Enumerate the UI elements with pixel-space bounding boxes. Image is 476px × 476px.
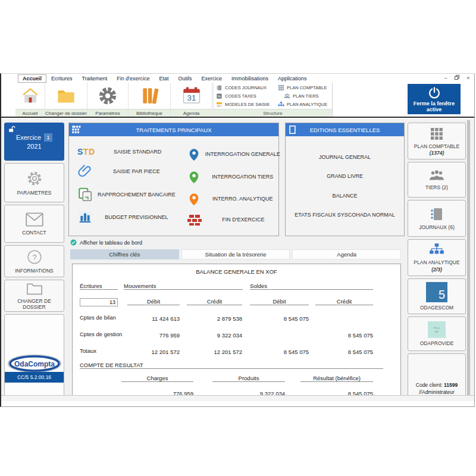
restore-button[interactable] (453, 75, 461, 81)
sidebar-item-informations[interactable]: ? INFORMATIONS (4, 245, 64, 277)
balance-cell: 776 959 (127, 332, 180, 339)
user-name: //Administrateur (419, 389, 455, 395)
ribbon-button-label: Agenda (171, 109, 212, 117)
sidebar-item-journaux[interactable]: JOURNAUX (6) (408, 200, 466, 237)
ribbon-button-agenda[interactable]: 31 Agenda (171, 83, 212, 117)
structure-item-label: PLAN ANALYTIQUE (287, 102, 327, 107)
tab-agenda[interactable]: Agenda (292, 249, 401, 259)
close-button[interactable]: × (465, 75, 472, 81)
main-area: Exercice 1 2021 PARAMETRES CONTACT ? INF… (1, 119, 474, 401)
sidebar-item-parametres[interactable]: PARAMETRES (4, 163, 64, 202)
bank-reconciliation-icon (77, 187, 93, 202)
plan-tiers-icon (284, 93, 290, 99)
traitement-fin-exercice[interactable]: FIN D'EXERCICE (179, 214, 284, 226)
tab-situation-tresorerie[interactable]: Situation de la trésorerie (181, 249, 290, 259)
sidebar-item-label: PARAMETRES (17, 190, 52, 196)
paperclip-icon (77, 164, 93, 179)
balance-row-label: Cptes de bilan (80, 314, 116, 321)
minimize-button[interactable]: – (442, 75, 449, 81)
menu-tab-traitement[interactable]: Traitement (77, 75, 112, 82)
balance-cell: 8 545 075 (315, 349, 373, 355)
tab-chiffres-cles[interactable]: Chiffres clés (70, 249, 179, 259)
edition-balance[interactable]: BALANCE (287, 193, 403, 199)
structure-item-label: CODES JOURNAUX (225, 85, 267, 90)
ribbon-button-parametres[interactable]: Paramètres (87, 83, 129, 117)
traitement-interrogation-tiers[interactable]: INTERROGATION TIERS (179, 169, 284, 184)
structure-item-plan-comptable[interactable]: PLAN COMPTABLE (275, 83, 333, 92)
menu-tab-applications[interactable]: Applications (273, 75, 312, 82)
client-info: Code client: 11599 //Administrateur (408, 381, 465, 397)
ecritures-count-input[interactable] (80, 298, 118, 306)
structure-item-plan-tiers[interactable]: PLAN TIERS (275, 92, 333, 100)
structure-item-label: MODELES DE SAISIE (225, 102, 270, 107)
ribbon-button-accueil[interactable]: Accueil (15, 83, 45, 117)
open-lock-icon (8, 126, 16, 133)
ribbon-group-structure: CODES JOURNAUX PLAN COMPTABLE % CODES TA… (213, 83, 333, 117)
status-bar (1, 395, 474, 401)
traitement-interro-analytique[interactable]: INTERRO. ANALYTIQUE (179, 191, 284, 206)
odagescom-icon: 5 (426, 282, 447, 302)
ribbon-button-changer-dossier[interactable]: Changer de dossier (45, 83, 87, 117)
menu-tab-etat[interactable]: Etat (154, 75, 173, 82)
scrollbar-thumb[interactable] (467, 120, 470, 397)
svg-text:OdaCompta: OdaCompta (14, 360, 55, 368)
ecritures-header: Écritures (80, 283, 118, 290)
menu-tab-ecritures[interactable]: Ecritures (46, 75, 77, 82)
traitement-interrogation-generale[interactable]: INTERROGATION GENERALE (179, 146, 284, 162)
sidebar-item-changer-dossier[interactable]: CHANGER DE DOSSIER (4, 280, 64, 312)
edition-grand-livre[interactable]: GRAND LIVRE (287, 173, 403, 179)
structure-item-codes-taxes[interactable]: % CODES TAXES (214, 92, 275, 100)
edition-journal-general[interactable]: JOURNAL GENERAL (287, 154, 403, 160)
std-icon: STD (77, 147, 95, 156)
sidebar-item-odagescom[interactable]: 5 ODAGESCOM (408, 278, 466, 314)
sidebar-item-label: PLAN COMPTABLE (414, 143, 459, 149)
balance-cell: 12 201 572 (127, 349, 180, 355)
sidebar-item-contact[interactable]: CONTACT (4, 205, 64, 243)
org-chart-icon (429, 243, 444, 257)
edition-etats-fiscaux[interactable]: ETATS FISCAUX SYSCOHADA NORMAL (287, 212, 403, 218)
vertical-scrollbar[interactable] (467, 120, 470, 399)
close-active-window-button[interactable]: Ferme la fenêtre active (408, 84, 461, 114)
sidebar-item-plan-analytique[interactable]: PLAN ANALYTIQUE (2/3) (408, 239, 466, 276)
menu-tab-fin-exercice[interactable]: Fin d'exercice (112, 75, 154, 82)
structure-item-modeles-saisie[interactable]: M MODELES DE SAISIE (214, 100, 275, 108)
traitement-budget-previsionnel[interactable]: BUDGET PREVISIONNEL (69, 209, 179, 225)
traitement-saisie-standard[interactable]: STD SAISIE STANDARD (69, 147, 179, 156)
codes-taxes-icon: % (216, 93, 223, 99)
checkbox-checked-icon (70, 239, 77, 246)
home-icon (20, 83, 40, 109)
ribbon-button-bibliotheque[interactable]: Bibliothèque (129, 83, 171, 117)
traitement-saisie-par-piece[interactable]: SAISIE PAR PIECE (69, 164, 179, 179)
odaprovide-icon: Prov ide (428, 321, 446, 338)
traitements-header: TRAITEMENTS PRINCIPAUX (69, 123, 278, 136)
map-pin-green-icon (187, 169, 201, 184)
structure-item-plan-analytique[interactable]: PLAN ANALYTIQUE (275, 100, 333, 108)
sidebar-item-label: ODAPROVIDE (420, 340, 454, 346)
structure-item-codes-journaux[interactable]: CODES JOURNAUX (214, 83, 275, 92)
charges-header: Charges (121, 375, 193, 382)
menu-tab-accueil[interactable]: Accueil (18, 74, 46, 83)
traitements-title: TRAITEMENTS PRINCIPAUX (136, 127, 211, 133)
sidebar-item-odaprovide[interactable]: Prov ide ODAPROVIDE (408, 317, 466, 351)
mvt-debit-header: Débit (127, 298, 180, 305)
traitement-label: INTERRO. ANALYTIQUE (205, 196, 284, 202)
menu-tab-outils[interactable]: Outils (173, 75, 196, 82)
svg-text:?: ? (32, 252, 36, 261)
balance-cell: 2 879 538 (187, 315, 242, 322)
dashboard-toggle-label: Afficher le tableau de bord (80, 240, 142, 246)
traitement-label: INTERROGATION TIERS (205, 174, 284, 180)
traitement-rapprochement-bancaire[interactable]: RAPPROCHEMENT BANCAIRE (69, 187, 179, 202)
codes-journaux-icon (216, 84, 223, 91)
sidebar-item-label: TIERS (2) (425, 184, 448, 190)
plan-comptable-icon (278, 84, 284, 91)
app-version: CC/5 5.2.00.16 (5, 372, 64, 383)
folder-outline-icon (26, 282, 43, 295)
menu-tab-immobilisations[interactable]: Immobilisations (227, 75, 273, 82)
editions-header: EDITIONS ESSENTIELLES (286, 123, 404, 136)
sidebar-item-label: PLAN ANALYTIQUE (414, 259, 459, 265)
dashboard-toggle[interactable]: Afficher le tableau de bord (70, 239, 142, 246)
sidebar-item-plan-comptable[interactable]: PLAN COMPTABLE (1374) (408, 123, 466, 159)
menu-tab-exercice[interactable]: Exercice (197, 75, 227, 82)
sidebar-item-exercice[interactable]: Exercice 1 2021 (4, 123, 64, 161)
sidebar-item-tiers[interactable]: TIERS (2) (408, 162, 466, 198)
